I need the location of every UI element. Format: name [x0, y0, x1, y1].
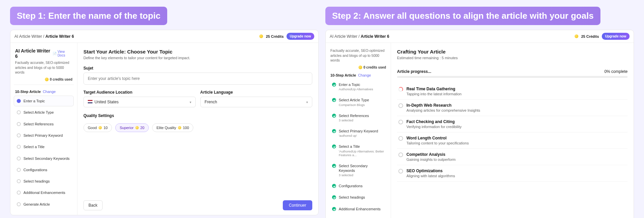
step-label: Enter a Topic	[23, 99, 45, 103]
task-item: Competitor AnalysisGaining insights to o…	[397, 149, 628, 165]
sidebar: Factually accurate, SEO-optimized articl…	[326, 43, 391, 218]
step-bullet-icon	[332, 184, 336, 188]
task-item: Fact Checking and CitingVerifying inform…	[397, 116, 628, 132]
task-title: SEO Optimizations	[406, 169, 455, 173]
task-sub: Verifying information for credibility	[406, 125, 461, 129]
step1-panel: AI Article Writer / Article Writer 6 25 …	[10, 30, 319, 215]
step-bullet-icon	[17, 179, 21, 183]
step-label: Select a Title	[339, 144, 384, 149]
step-bullet-icon	[17, 133, 21, 137]
step-sub: AuthoredUp Alternatives	[339, 87, 373, 91]
step-sub: 3 selected	[339, 118, 369, 122]
breadcrumb-root[interactable]: AI Article Writer	[14, 34, 42, 39]
step-bullet-icon	[332, 98, 336, 102]
step-label: Select a Title	[23, 144, 45, 149]
view-docs-link[interactable]: 📄 View Docs	[53, 50, 72, 57]
task-status-icon	[398, 103, 403, 108]
quality-label: Quality Settings	[83, 113, 312, 118]
step-bullet-icon	[17, 122, 21, 126]
sidebar-step[interactable]: Select Article Type	[14, 107, 74, 118]
back-button[interactable]: Back	[83, 200, 103, 210]
credits-used: 0 credits used	[50, 78, 72, 81]
task-status-icon	[398, 169, 403, 174]
continue-button[interactable]: Continuer	[283, 200, 312, 210]
step-bullet-icon	[332, 129, 336, 133]
sidebar-step[interactable]: Generate Article	[329, 215, 387, 218]
sidebar-step[interactable]: Select a Title	[14, 141, 74, 152]
main-title: Start Your Article: Choose Your Topic	[83, 49, 312, 54]
sidebar-step[interactable]: Configurations	[14, 165, 74, 175]
quality-name: Elite Quality	[156, 126, 176, 130]
task-title: Fact Checking and Citing	[406, 119, 461, 124]
flag-icon	[88, 100, 92, 103]
step-bullet-icon	[17, 145, 21, 149]
audience-select[interactable]: United States ▾	[83, 97, 196, 107]
step-label: Select headings	[23, 179, 50, 184]
sidebar-step[interactable]: Select References3 selected	[329, 110, 387, 125]
coin-icon	[45, 78, 49, 81]
change-link[interactable]: Change	[43, 90, 56, 94]
step-label: Select References	[339, 113, 369, 118]
quality-cost: 10	[104, 126, 108, 130]
eta-text: Estimated time remaining : 5 minutes	[397, 56, 628, 60]
sidebar-step[interactable]: Select Primary Keyword	[14, 130, 74, 141]
sidebar-step[interactable]: Select References	[14, 119, 74, 129]
breadcrumb-root[interactable]: AI Article Writer	[330, 34, 357, 39]
step-label: Configurations	[23, 168, 47, 172]
change-link[interactable]: Change	[358, 73, 371, 77]
progress-value: 0% complete	[604, 69, 628, 74]
quality-cost: 100	[183, 126, 189, 130]
upgrade-button[interactable]: Upgrade now	[602, 33, 630, 40]
quality-option[interactable]: Good10	[83, 123, 112, 132]
language-label: Article Language	[200, 90, 313, 95]
sidebar-step[interactable]: Select Secondary Keywords3 selected	[329, 160, 387, 180]
step-bullet-icon	[17, 191, 21, 195]
breadcrumb: AI Article Writer / Article Writer 6	[14, 34, 74, 39]
sidebar-step[interactable]: Additional Enhancements	[14, 187, 74, 198]
sidebar-step[interactable]: Configurations	[329, 181, 387, 191]
language-select[interactable]: French ▾	[200, 97, 313, 107]
task-sub: Tailoring content to your specifications	[406, 141, 469, 145]
main-title: Crafting Your Article	[397, 49, 628, 54]
subject-input[interactable]	[83, 73, 312, 85]
step-label: Additional Enhancements	[339, 207, 381, 211]
sidebar-step[interactable]: Select headings	[14, 176, 74, 187]
step-sub: 'AuthoredUp Alternatives: Better Feature…	[339, 149, 384, 157]
step-label: Select Primary Keyword	[339, 129, 378, 133]
main-desc: Define the key elements to tailor your c…	[83, 56, 312, 60]
sidebar-step[interactable]: Select headings	[329, 192, 387, 203]
quality-option[interactable]: Elite Quality100	[152, 123, 193, 132]
app-subtitle: Factually accurate, SEO-optimized articl…	[15, 60, 72, 75]
step-sub: 'authored up'	[339, 134, 378, 137]
sidebar-step[interactable]: Enter a TopicAuthoredUp Alternatives	[329, 79, 387, 94]
step2-panel: AI Article Writer / Article Writer 6 25 …	[325, 30, 634, 218]
sidebar-step[interactable]: Enter a Topic	[14, 96, 74, 106]
task-sub: Aligning with latest algorithms	[406, 174, 455, 178]
credits-text: 25 Crédits	[266, 34, 283, 38]
step-label: Configurations	[339, 184, 363, 188]
coin-icon	[359, 66, 362, 69]
task-title: Competitor Analysis	[406, 152, 456, 157]
task-title: Real Time Data Gathering	[406, 87, 462, 91]
sidebar-step[interactable]: Select Secondary Keywords	[14, 153, 74, 164]
step-label: Additional Enhancements	[23, 190, 65, 195]
sidebar-step[interactable]: Additional Enhancements	[329, 204, 387, 214]
step-bullet-icon	[17, 168, 21, 172]
sidebar-step[interactable]: Select Primary Keyword'authored up'	[329, 126, 387, 140]
main-content: Crafting Your Article Estimated time rem…	[391, 43, 634, 218]
sidebar-step[interactable]: Generate Article	[14, 199, 74, 210]
upgrade-button[interactable]: Upgrade now	[286, 33, 314, 40]
sidebar-step[interactable]: Select a Title'AuthoredUp Alternatives: …	[329, 141, 387, 159]
step-bullet-icon	[332, 114, 336, 118]
step-bullet-icon	[332, 144, 336, 148]
chevron-down-icon: ▾	[190, 100, 191, 104]
quality-option[interactable]: Superior20	[115, 123, 149, 132]
step-bullet-icon	[17, 202, 21, 206]
audience-label: Target Audience Location	[83, 90, 196, 95]
step-label: Select headings	[339, 195, 365, 200]
breadcrumb-current: Article Writer 6	[361, 34, 389, 39]
task-item: Real Time Data GatheringTapping into the…	[397, 83, 628, 100]
step-bullet-icon	[17, 110, 21, 114]
sidebar-step[interactable]: Select Article TypeComparison Blogs	[329, 95, 387, 109]
task-sub: Tapping into the latest information	[406, 92, 462, 96]
